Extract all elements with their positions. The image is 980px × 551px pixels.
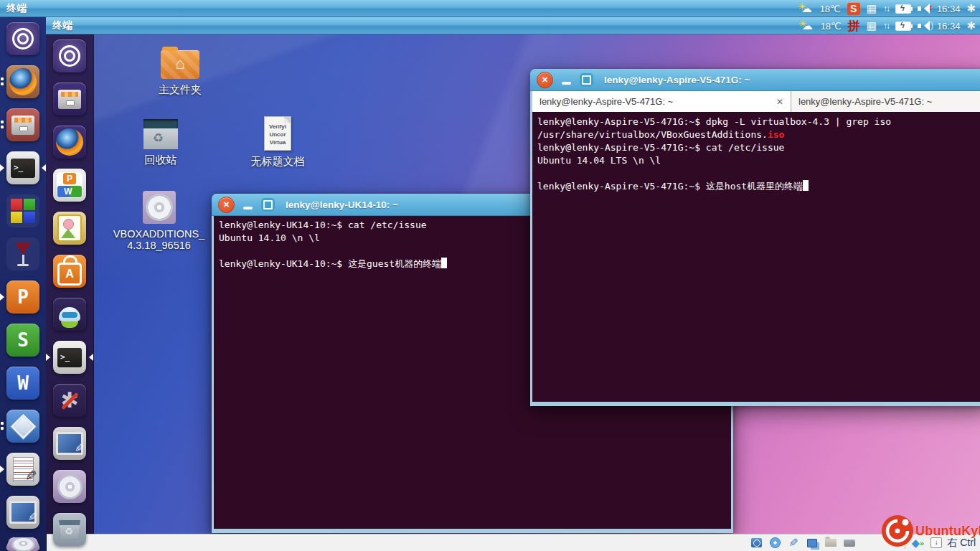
launcher-item-wps-writer[interactable] xyxy=(0,362,46,405)
launcher-item-system-settings[interactable] xyxy=(46,379,93,422)
launcher-item-file-manager[interactable] xyxy=(46,77,93,121)
cd-icon[interactable] xyxy=(768,537,781,550)
launcher-item-firefox-browser[interactable] xyxy=(0,60,46,103)
launcher-item-terminal[interactable] xyxy=(46,336,93,379)
ubuntukylin-wordmark: UbuntuKylin xyxy=(915,524,980,539)
focused-arrow-icon xyxy=(85,354,93,361)
terminal-line: lenky@lenky-Aspire-V5-471G:~$ 这是host机器里的… xyxy=(537,180,980,193)
weather-icon[interactable]: ☀☁ xyxy=(798,2,814,15)
document-icon: VerifyiUncorVirtua xyxy=(264,116,291,151)
colored-blocks-app-icon xyxy=(6,194,39,227)
launcher-item-cd-disc[interactable] xyxy=(0,534,46,551)
libreoffice-icon xyxy=(53,212,86,245)
desktop-icon-untitled-doc[interactable]: VerifyiUncorVirtua 无标题文档 xyxy=(238,116,317,169)
trash-icon xyxy=(143,119,178,149)
file-manager-icon xyxy=(53,83,86,116)
file-manager-icon xyxy=(6,108,39,141)
launcher-item-software-center[interactable] xyxy=(46,250,93,293)
launcher-item-file-manager[interactable] xyxy=(0,103,46,146)
desktop-icon-label: VBOXADDITIONS_ xyxy=(110,228,207,240)
display-icon[interactable] xyxy=(806,537,819,550)
window-title: lenky@lenky-UK14-10: ~ xyxy=(286,199,398,210)
desktop-icon-home[interactable]: 主文件夹 xyxy=(141,44,220,97)
updown-arrows-icon[interactable]: ↑↓ xyxy=(883,4,889,14)
launcher-item-screen-recorder[interactable] xyxy=(0,491,46,534)
software-center-icon xyxy=(53,255,86,288)
launcher-item-colored-blocks-app[interactable] xyxy=(0,189,46,232)
ubuntukylin-dash-icon xyxy=(53,39,86,72)
launcher-item-wps-presentation[interactable] xyxy=(0,276,46,319)
text-cursor xyxy=(441,258,447,268)
cd-disc-icon xyxy=(53,470,86,503)
trash-icon xyxy=(53,513,86,546)
maximize-button[interactable] xyxy=(580,73,593,87)
launcher-item-screen-recorder[interactable] xyxy=(46,422,93,465)
virtualbox-statusbar: ✎ ◆ ↓ 右 Ctrl xyxy=(46,534,980,551)
launcher-item-firefox-browser[interactable] xyxy=(46,121,93,164)
text-editor-icon xyxy=(6,453,39,486)
launcher-item-terminal[interactable] xyxy=(0,146,46,189)
speaker-icon[interactable]: ) xyxy=(918,21,930,31)
host-terminal-titlebar[interactable]: ✕ lenky@lenky-Aspire-V5-471G: ~ xyxy=(530,69,980,91)
muted-speaker-icon[interactable]: ✕ xyxy=(918,4,930,14)
session-gear-icon[interactable]: ✱ xyxy=(966,2,976,15)
terminal-icon xyxy=(53,341,86,374)
launcher-item-youker-assistant[interactable] xyxy=(46,293,93,336)
wine-icon xyxy=(6,237,39,270)
wps-presentation-icon xyxy=(6,281,39,314)
host-launcher xyxy=(0,17,47,551)
temperature-label: 18℃ xyxy=(820,4,841,14)
keyboard-layout-icon[interactable]: ▦ xyxy=(867,19,877,32)
updown-arrows-icon[interactable]: ↑↓ xyxy=(883,21,889,31)
ubuntukylin-branding: UbuntuKylin xyxy=(881,514,980,547)
shared-folder-icon[interactable] xyxy=(824,537,837,550)
maximize-button[interactable] xyxy=(261,198,275,212)
host-terminal-window: ✕ lenky@lenky-Aspire-V5-471G: ~ lenky@le… xyxy=(530,69,980,405)
launcher-item-ubuntukylin-dash[interactable] xyxy=(0,17,46,60)
terminal-line: lenky@lenky-Aspire-V5-471G:~$ dpkg -L vi… xyxy=(537,116,980,128)
launcher-item-trash[interactable] xyxy=(46,508,93,551)
youker-assistant-icon xyxy=(53,298,86,331)
launcher-item-wps-office[interactable] xyxy=(46,164,93,207)
desktop-icon-vbox-additions[interactable]: VBOXADDITIONS_ 4.3.18_96516 xyxy=(110,191,207,251)
desktop-icon-label: 主文件夹 xyxy=(141,83,220,97)
weather-icon[interactable]: ☀☁ xyxy=(798,19,814,32)
terminal-line: /usr/share/virtualbox/VBoxGuestAdditions… xyxy=(537,128,980,141)
clock-label[interactable]: 16:34 xyxy=(937,21,961,32)
launcher-item-wine[interactable] xyxy=(0,232,46,276)
sogou-ime-icon[interactable]: S xyxy=(847,2,860,15)
launcher-item-ubuntukylin-dash[interactable] xyxy=(46,34,93,77)
launcher-item-wps-spreadsheets[interactable] xyxy=(0,319,46,362)
battery-icon[interactable] xyxy=(895,4,911,14)
minimize-button[interactable] xyxy=(562,82,571,85)
desktop-icon-trash[interactable]: 回收站 xyxy=(121,119,200,167)
usb-icon[interactable]: ✎ xyxy=(787,537,800,550)
running-pips-icon xyxy=(1,121,4,123)
firefox-browser-icon xyxy=(53,126,86,159)
launcher-item-text-editor[interactable] xyxy=(0,448,46,491)
battery-icon[interactable] xyxy=(895,22,911,31)
terminal-output[interactable]: lenky@lenky-Aspire-V5-471G:~$ dpkg -L vi… xyxy=(532,113,980,402)
hdd-icon[interactable] xyxy=(750,537,763,550)
terminal-tab-1[interactable]: lenky@lenky-Aspire-V5-471G: ~✕ xyxy=(532,91,791,112)
video-capture-icon[interactable] xyxy=(843,537,856,550)
clock-label[interactable]: 16:34 xyxy=(937,4,961,14)
tab-close-icon[interactable]: ✕ xyxy=(776,97,783,107)
close-button[interactable]: ✕ xyxy=(218,197,235,213)
terminal-line: lenky@lenky-Aspire-V5-471G:~$ cat /etc/i… xyxy=(537,141,980,154)
terminal-tab-2[interactable]: lenky@lenky-Aspire-V5-471G: ~ xyxy=(791,91,980,112)
cd-icon xyxy=(143,191,176,224)
minimize-button[interactable] xyxy=(243,207,253,209)
guest-top-panel: 终端 ☀☁ 18℃ 拼 ▦ ↑↓ ) 16:34 ✱ xyxy=(46,17,980,34)
close-button[interactable]: ✕ xyxy=(537,72,553,88)
keyboard-layout-icon[interactable]: ▦ xyxy=(867,2,877,15)
launcher-item-virtualbox[interactable] xyxy=(0,405,46,448)
launcher-item-libreoffice[interactable] xyxy=(46,207,93,250)
session-gear-icon[interactable]: ✱ xyxy=(966,19,976,32)
guest-launcher xyxy=(46,34,94,534)
pinyin-ime-icon[interactable]: 拼 xyxy=(848,18,860,34)
launcher-item-cd-disc[interactable] xyxy=(46,465,93,508)
terminal-line xyxy=(537,167,980,180)
window-title: lenky@lenky-Aspire-V5-471G: ~ xyxy=(604,75,750,85)
screen-recorder-icon xyxy=(6,496,39,529)
